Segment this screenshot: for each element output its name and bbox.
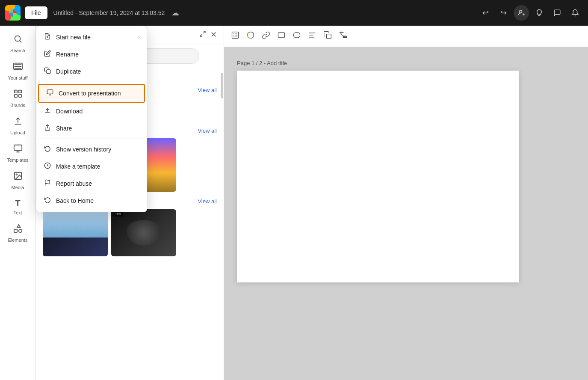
- menu-item-rename[interactable]: Rename: [36, 46, 147, 63]
- presentations-view-all[interactable]: View all: [198, 87, 217, 93]
- back-to-home-icon: [43, 196, 52, 205]
- topbar-right-actions: ↩ ↪: [478, 5, 583, 21]
- menu-item-report-abuse[interactable]: Report abuse: [36, 175, 147, 192]
- menu-item-convert-to-presentation[interactable]: Convert to presentation: [38, 84, 145, 103]
- sidebar-item-text-label: Text: [13, 210, 22, 215]
- videos-view-all[interactable]: View all: [198, 198, 217, 205]
- ideas-button[interactable]: [532, 5, 547, 21]
- sidebar-item-elements[interactable]: Elements: [0, 220, 35, 247]
- translate-icon[interactable]: XA: [339, 31, 347, 42]
- svg-line-19: [203, 31, 205, 33]
- videos-thumbnails: 16s: [43, 209, 217, 256]
- dropdown-menu-container: Start new file › Rename: [36, 26, 147, 212]
- search-icon: [13, 34, 23, 46]
- file-dropdown-menu: Start new file › Rename: [36, 26, 147, 212]
- expand-panel-button[interactable]: [199, 30, 206, 39]
- upload-icon: [13, 116, 23, 128]
- menu-item-make-a-template[interactable]: Make a template: [36, 158, 147, 175]
- notifications-button[interactable]: [567, 5, 583, 21]
- svg-rect-15: [47, 90, 53, 94]
- svg-rect-26: [294, 33, 300, 38]
- sidebar-item-upload[interactable]: Upload: [0, 112, 35, 140]
- menu-divider-2: [36, 139, 147, 139]
- sidebar-item-elements-label: Elements: [8, 238, 28, 243]
- topbar: File Untitled - September 19, 2024 at 13…: [0, 0, 588, 26]
- menu-item-share[interactable]: Share: [36, 120, 147, 137]
- sidebar-item-search[interactable]: Search: [0, 30, 35, 57]
- video-thumb-2[interactable]: 16s: [111, 209, 176, 256]
- templates-icon: [13, 144, 23, 156]
- shape-rounded-icon[interactable]: [293, 31, 301, 42]
- svg-line-20: [200, 34, 202, 36]
- sidebar-item-search-label: Search: [10, 48, 25, 53]
- menu-item-rename-label: Rename: [56, 51, 79, 58]
- page-label: Page 1 / 2 - Add title: [237, 60, 287, 66]
- menu-item-duplicate-label: Duplicate: [56, 68, 81, 75]
- panel-scrollbar-thumb: [221, 73, 223, 98]
- sidebar-item-templates-label: Templates: [7, 157, 28, 163]
- sidebar-item-brands[interactable]: Brands: [0, 85, 35, 112]
- shape-rectangle-icon[interactable]: [277, 31, 286, 42]
- svg-point-0: [520, 10, 522, 13]
- sidebar: Search Your stuff Brands: [0, 26, 36, 380]
- svg-rect-5: [14, 95, 17, 97]
- svg-text:XA: XA: [343, 35, 347, 38]
- duplicate-icon: [43, 67, 52, 76]
- rename-icon: [43, 50, 52, 59]
- svg-rect-4: [18, 90, 21, 93]
- svg-rect-7: [14, 145, 21, 151]
- menu-item-show-version-history[interactable]: Show version history: [36, 141, 147, 158]
- svg-rect-30: [327, 34, 331, 39]
- color-wheel-icon[interactable]: [246, 31, 255, 42]
- sidebar-item-your-stuff[interactable]: Your stuff: [0, 57, 35, 85]
- menu-item-duplicate[interactable]: Duplicate: [36, 63, 147, 80]
- chevron-right-icon: ›: [138, 34, 140, 40]
- sidebar-item-text[interactable]: T Text: [0, 194, 35, 220]
- elements-icon: [13, 224, 23, 236]
- panel-scrollbar[interactable]: [220, 26, 224, 380]
- canvas-page: [237, 71, 519, 282]
- make-template-icon: [43, 162, 52, 171]
- svg-point-11: [18, 229, 21, 232]
- menu-item-download[interactable]: Download: [36, 103, 147, 120]
- sidebar-item-templates[interactable]: Templates: [0, 140, 35, 167]
- file-menu-button[interactable]: File: [25, 6, 47, 19]
- close-panel-button[interactable]: ✕: [210, 30, 217, 39]
- text-icon: T: [15, 199, 20, 208]
- convert-presentation-icon: [46, 89, 54, 98]
- photos-view-all[interactable]: View all: [198, 128, 217, 134]
- add-user-button[interactable]: [514, 5, 529, 21]
- svg-point-9: [16, 174, 17, 175]
- menu-item-show-version-history-label: Show version history: [56, 146, 111, 153]
- copy-icon[interactable]: [323, 31, 332, 42]
- media-icon: [13, 171, 23, 183]
- download-icon: [43, 107, 52, 116]
- brands-icon: [13, 89, 23, 101]
- selection-tool-icon[interactable]: [231, 31, 239, 42]
- svg-rect-25: [278, 33, 285, 38]
- menu-item-back-to-home-label: Back to Home: [56, 197, 94, 204]
- svg-point-1: [15, 36, 20, 42]
- svg-rect-10: [14, 229, 17, 232]
- undo-button[interactable]: ↩: [478, 5, 493, 21]
- sidebar-item-media-label: Media: [12, 185, 24, 190]
- sidebar-item-upload-label: Upload: [10, 130, 25, 135]
- video-thumb-1[interactable]: [43, 209, 108, 256]
- version-history-icon: [43, 145, 52, 154]
- app-logo: [5, 5, 21, 21]
- report-abuse-icon: [43, 179, 52, 188]
- align-icon[interactable]: [308, 31, 316, 42]
- menu-item-back-to-home[interactable]: Back to Home: [36, 192, 147, 209]
- comments-button[interactable]: [550, 5, 565, 21]
- redo-button[interactable]: ↪: [496, 5, 511, 21]
- menu-item-start-new-file[interactable]: Start new file ›: [36, 29, 147, 46]
- menu-item-share-label: Share: [56, 125, 72, 132]
- svg-rect-3: [14, 90, 17, 93]
- sidebar-item-brands-label: Brands: [10, 103, 25, 108]
- document-title: Untitled - September 19, 2024 at 13.03.5…: [53, 9, 165, 16]
- sidebar-item-media[interactable]: Media: [0, 167, 35, 194]
- link-icon[interactable]: [262, 31, 270, 42]
- sidebar-item-your-stuff-label: Your stuff: [8, 75, 28, 80]
- menu-item-download-label: Download: [56, 108, 83, 115]
- start-new-file-icon: [43, 33, 52, 42]
